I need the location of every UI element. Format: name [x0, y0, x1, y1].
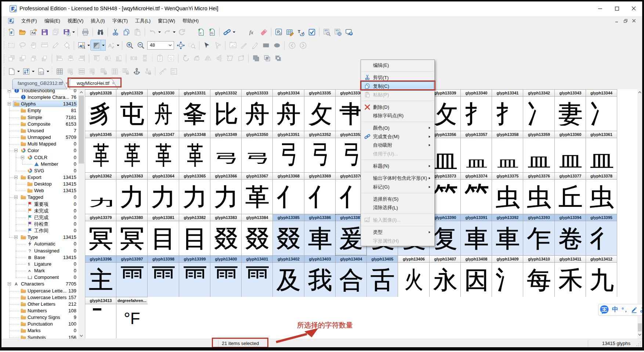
glyph-cell-glyph13383[interactable]: glyph13383	[210, 214, 242, 255]
glyph-cell-glyph13376[interactable]: glyph13376	[523, 172, 555, 214]
glyph-cell-glyph13368[interactable]: glyph13368	[272, 172, 304, 214]
tree-item-composite[interactable]: Composite6153	[1, 121, 78, 127]
menu-item-(C)[interactable]: (C)	[362, 82, 434, 90]
menubar-item-font[interactable]: (T)	[109, 17, 132, 25]
tree-item-color[interactable]: Color0	[1, 147, 78, 154]
menu-item-(O)[interactable]: (O)	[362, 123, 434, 132]
glyph-cell-glyph13363[interactable]: glyph13363	[116, 172, 148, 214]
tree-item--[interactable]: 0	[1, 221, 78, 227]
glyph-cell-glyph13346[interactable]: glyph13346	[116, 131, 148, 172]
glyph-cell-glyph13342[interactable]: glyph13342	[523, 89, 555, 131]
tree-item-unused[interactable]: Unused7	[1, 127, 78, 134]
ttransform-button[interactable]: TT	[295, 27, 306, 37]
glyph-cell-glyph13409[interactable]: glyph13409	[492, 255, 523, 297]
ime-mode-chinese[interactable]	[612, 306, 618, 313]
inschar-button[interactable]: c	[195, 27, 206, 37]
tree-item-desktop[interactable]: Desktop13415	[1, 181, 78, 187]
glyph-cell-glyph13330[interactable]: glyph13330	[147, 89, 179, 131]
glyph-cell-glyph13398[interactable]: glyph13398	[147, 255, 179, 297]
glyph-cell-glyph13351[interactable]: glyph13351	[272, 131, 304, 172]
glyph-cell-glyph13393[interactable]: glyph13393	[523, 214, 555, 255]
glyph-cell-glyph13367[interactable]: glyph13367	[241, 172, 273, 214]
tree-scroll-down-button[interactable]	[78, 333, 84, 339]
tree-expander-collapse[interactable]	[14, 236, 18, 239]
tree-item-currency-signs[interactable]: Currency Signs9	[1, 314, 78, 321]
redo-dropdown[interactable]	[172, 27, 176, 37]
glyph-cell-glyph13361[interactable]: glyph13361	[586, 131, 617, 172]
glyph-cell-glyph13379[interactable]: glyph13379	[85, 214, 116, 255]
glyph-cell-glyph13386[interactable]: glyph13386	[304, 214, 336, 255]
glyph-cell-glyph13358[interactable]: glyph13358	[492, 131, 523, 172]
atext-dropdown[interactable]	[116, 40, 120, 50]
zoomin-button[interactable]	[124, 40, 135, 50]
tree-item-colr[interactable]: COLR0	[1, 154, 78, 161]
tab-close-icon[interactable]: ×	[112, 81, 115, 86]
mdi-minimize-button[interactable]	[614, 18, 620, 24]
contour-button[interactable]	[91, 40, 102, 50]
menu-item-[interactable]	[362, 228, 434, 236]
glyph-cell-glyph13334[interactable]: glyph13334	[272, 89, 304, 131]
tree-item--[interactable]: 0	[1, 208, 78, 214]
zoomout-button[interactable]	[135, 40, 146, 50]
saveas-button[interactable]	[61, 27, 72, 37]
glyph-cell-glyph13343[interactable]: glyph13343	[554, 89, 586, 131]
tree-expander-collapse[interactable]	[21, 156, 24, 159]
tree-item-type[interactable]: Type13415	[1, 234, 78, 241]
glyph-cell-glyph13377[interactable]: glyph13377	[554, 172, 586, 214]
gridon-button[interactable]	[54, 66, 65, 76]
glyph-cell-glyph13384[interactable]: glyph13384	[241, 214, 273, 255]
tree-item--[interactable]: 0	[1, 214, 78, 221]
glyph-cell-glyph13357[interactable]: glyph13357	[460, 131, 492, 172]
glyph-cell-glyph13403[interactable]: glyph13403	[304, 255, 336, 297]
minimize-button[interactable]	[591, 1, 608, 15]
glyph-cell-glyph13405[interactable]: glyph13405	[366, 255, 398, 297]
tab-close-icon[interactable]: ×	[65, 81, 68, 86]
glyph-cell-glyph13362[interactable]: glyph13362	[85, 172, 116, 214]
grid-scrollbar[interactable]	[637, 89, 642, 339]
fx-button[interactable]: fx	[247, 27, 258, 37]
glyph-cell-glyph13407[interactable]: glyph13407	[429, 255, 461, 297]
glyph-cell-glyph13411[interactable]: glyph13411	[554, 255, 586, 297]
tree-expander-collapse[interactable]	[14, 149, 18, 152]
tree-item-marks[interactable]: Marks0	[1, 327, 78, 334]
tree-item-unassigned[interactable]: ?Unassigned0	[1, 248, 78, 254]
glyph-cell-glyph13400[interactable]: glyph13400	[210, 255, 242, 297]
glyph-cell-glyph13392[interactable]: glyph13392	[492, 214, 523, 255]
link-button[interactable]	[221, 27, 232, 37]
pagetag-dropdown[interactable]	[46, 66, 50, 76]
eraser-button[interactable]	[258, 27, 269, 37]
grid-scroll-up-button[interactable]	[637, 89, 642, 95]
install-button[interactable]	[343, 27, 354, 37]
imgprev-dropdown[interactable]	[86, 40, 91, 50]
zoom-level-combobox[interactable]: 48	[147, 41, 174, 50]
tree-item-unmapped[interactable]: Unmapped5709	[1, 134, 78, 141]
tree-item-empty[interactable]: Empty81	[1, 107, 78, 114]
undo-dropdown[interactable]	[157, 27, 162, 37]
glyph-cell-glyph13396[interactable]: glyph13396	[85, 255, 116, 297]
glyph-cell-glyph13328[interactable]: glyph13328	[85, 89, 116, 131]
resize-grip[interactable]	[636, 342, 641, 347]
glyph-cell-glyph13397[interactable]: glyph13397	[116, 255, 148, 297]
tree-scrollbar[interactable]	[78, 89, 84, 339]
glyph-cell-glyph13410[interactable]: glyph13410	[523, 255, 555, 297]
tree-item--[interactable]: 0	[1, 227, 78, 234]
save-button[interactable]	[39, 27, 50, 37]
menubar-item-file[interactable]: (F)	[18, 17, 41, 25]
glyph-cell-glyph13381[interactable]: glyph13381	[147, 214, 179, 255]
glyph-cell-glyph13329[interactable]: glyph13329	[116, 89, 148, 131]
glyph-cell-glyph13344[interactable]: glyph13344	[586, 89, 617, 131]
tree-item-simple[interactable]: Simple7181	[1, 114, 78, 121]
tab-fangsong-gb2312[interactable]: fangsong_GB2312.ttf×	[18, 80, 68, 86]
ime-logo-icon[interactable]	[600, 305, 609, 315]
abcglobe-button[interactable]: abc	[332, 27, 343, 37]
glyph-cell-glyph13408[interactable]: glyph13408	[460, 255, 492, 297]
tree-item-uppercase-lette-[interactable]: Uppercase Lette...139	[1, 288, 78, 294]
glyph-cell-glyph13395[interactable]: glyph13395	[586, 214, 617, 255]
menu-item-(S)[interactable]: (S)	[362, 195, 434, 203]
tree-expander-collapse[interactable]	[14, 176, 18, 179]
tree-item-symbols[interactable]: Symbols156	[1, 334, 78, 339]
tree-item--[interactable]: 0	[1, 201, 78, 208]
menu-item-(D)[interactable]: (D)	[362, 103, 434, 111]
tree-item-other-letters[interactable]: Other Letters212	[1, 301, 78, 308]
glyph-cell-glyph13385[interactable]: glyph13385	[272, 214, 304, 255]
